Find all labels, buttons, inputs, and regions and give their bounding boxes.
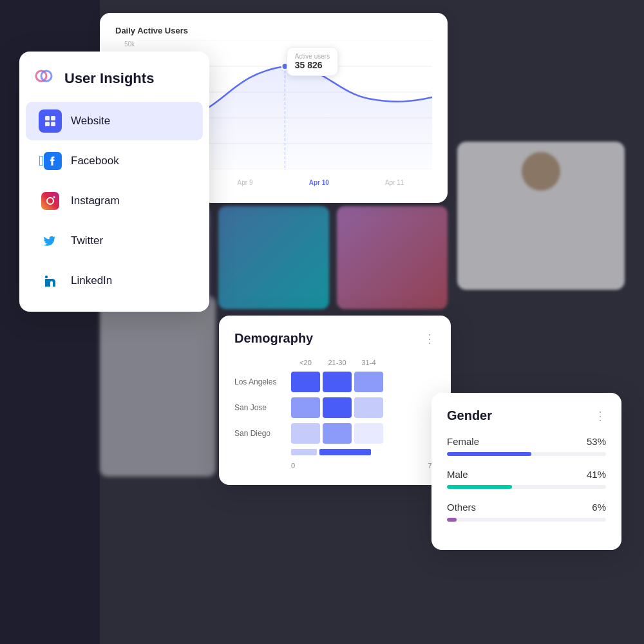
facebook-icon:  <box>39 149 62 173</box>
list-blur <box>100 296 216 477</box>
gender-card: Gender ⋮ Female 53% Male 41% Others 6% <box>431 393 621 550</box>
instagram-icon <box>39 189 62 213</box>
user-insights-header: User Insights <box>19 62 209 100</box>
svg-point-17 <box>53 196 55 198</box>
sd-blocks <box>291 423 383 444</box>
dau-tooltip-value: 35 826 <box>295 60 330 70</box>
menu-item-website[interactable]: Website <box>26 102 203 140</box>
sd-block-1 <box>291 423 320 444</box>
gender-others-label: Others <box>447 502 476 513</box>
menu-item-instagram[interactable]: Instagram <box>26 182 203 220</box>
gender-item-male: Male 41% <box>447 469 606 489</box>
sj-block-2 <box>323 397 352 418</box>
user-insights-title: User Insights <box>64 70 154 87</box>
city-sd: San Diego <box>234 429 286 438</box>
col-31-40: 31-4 <box>354 359 383 366</box>
gender-male-track <box>447 485 606 489</box>
svg-rect-11 <box>51 116 55 120</box>
dau-tooltip-label: Active users <box>295 53 330 60</box>
x-label-apr10: Apr 10 <box>309 179 329 186</box>
la-block-3 <box>354 372 383 392</box>
gender-others-header: Others 6% <box>447 502 606 513</box>
menu-item-linkedin[interactable]: LinkedIn <box>26 261 203 300</box>
demo-col-labels: <20 21-30 31-4 <box>291 359 383 366</box>
gender-female-pct: 53% <box>587 436 606 447</box>
dau-title: Daily Active Users <box>115 26 432 35</box>
gender-others-track <box>447 518 606 522</box>
gender-menu[interactable]: ⋮ <box>594 409 606 423</box>
gender-item-female: Female 53% <box>447 436 606 456</box>
menu-item-twitter-label: Twitter <box>71 234 103 247</box>
demo-row-sj: San Jose <box>234 397 435 418</box>
sj-block-3 <box>354 397 383 418</box>
la-blocks <box>291 372 383 392</box>
la-block-2 <box>323 372 352 392</box>
svg-rect-13 <box>51 122 55 126</box>
demo-row-la: Los Angeles <box>234 372 435 392</box>
user-insights-card: User Insights Website  Facebook <box>19 52 209 312</box>
menu-item-website-label: Website <box>71 115 110 128</box>
col-21-30: 21-30 <box>323 359 352 366</box>
gender-title: Gender <box>447 408 492 423</box>
profile-avatar <box>522 152 560 191</box>
demography-header: Demography ⋮ <box>234 331 435 346</box>
x-label-apr9: Apr 9 <box>238 179 253 186</box>
svg-point-21 <box>45 276 48 278</box>
gender-others-bar <box>447 518 457 522</box>
city-sj: San Jose <box>234 403 286 412</box>
gender-others-pct: 6% <box>592 502 606 513</box>
gender-male-label: Male <box>447 469 468 480</box>
demo-header-row: <20 21-30 31-4 <box>234 359 435 366</box>
demography-card: Demography ⋮ <20 21-30 31-4 Los Angeles … <box>219 316 451 485</box>
gender-male-bar <box>447 485 512 489</box>
menu-item-facebook[interactable]:  Facebook <box>26 142 203 180</box>
svg-rect-15 <box>41 192 59 210</box>
svg-rect-12 <box>45 122 50 126</box>
gender-female-track <box>447 452 606 456</box>
gender-female-label: Female <box>447 436 479 447</box>
dau-tooltip: Active users 35 826 <box>287 47 338 76</box>
city-la: Los Angeles <box>234 377 286 386</box>
sj-block-1 <box>291 397 320 418</box>
x-label-apr11: Apr 11 <box>385 179 404 186</box>
gender-female-bar <box>447 452 531 456</box>
sd-block-2 <box>323 423 352 444</box>
website-icon <box>39 109 62 133</box>
menu-item-facebook-label: Facebook <box>71 155 119 167</box>
col-lt20: <20 <box>291 359 320 366</box>
sd-block-3 <box>354 423 383 444</box>
gender-male-pct: 41% <box>587 469 606 480</box>
menu-item-linkedin-label: LinkedIn <box>71 274 112 287</box>
menu-item-twitter[interactable]: Twitter <box>26 222 203 260</box>
demo-footer: 0 7k <box>234 462 435 469</box>
gender-header: Gender ⋮ <box>447 408 606 423</box>
y-label-50k: 50k <box>124 41 135 48</box>
la-block-1 <box>291 372 320 392</box>
demo-row-sd: San Diego <box>234 423 435 444</box>
twitter-icon <box>39 229 62 252</box>
gender-female-header: Female 53% <box>447 436 606 447</box>
menu-item-instagram-label: Instagram <box>71 194 120 207</box>
user-insights-icon <box>32 67 55 90</box>
tile-2 <box>218 206 329 309</box>
demography-title: Demography <box>234 331 313 346</box>
demography-menu[interactable]: ⋮ <box>424 332 435 346</box>
gender-item-others: Others 6% <box>447 502 606 522</box>
svg-rect-10 <box>45 116 50 120</box>
gender-male-header: Male 41% <box>447 469 606 480</box>
profile-blur <box>457 142 625 290</box>
tile-3 <box>337 206 448 309</box>
linkedin-icon <box>39 269 62 292</box>
svg-rect-20 <box>45 279 48 287</box>
sj-blocks <box>291 397 383 418</box>
demo-x-min: 0 <box>291 462 295 469</box>
demo-summary-bars <box>234 449 435 455</box>
